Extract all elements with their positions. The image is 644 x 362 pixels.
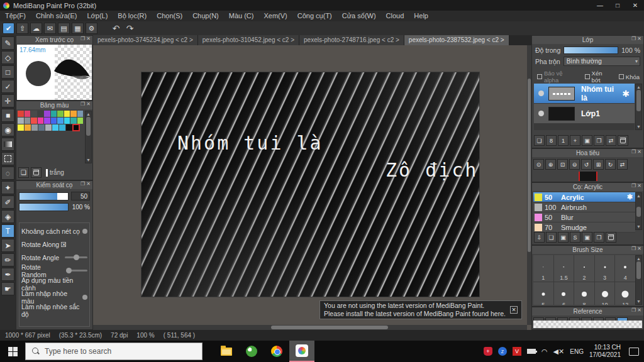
new-brush-icon[interactable]: ❏ xyxy=(546,232,557,243)
close-button[interactable]: ✕ xyxy=(626,0,644,11)
brush-option[interactable]: Rotate Random xyxy=(21,264,87,277)
flip-horizontal-icon[interactable]: ⇄ xyxy=(617,159,628,170)
palette-scrollbar[interactable]: ▲ ▼ xyxy=(85,111,92,163)
layer-checkbox[interactable]: Khóa xyxy=(619,70,640,84)
rect-select-tool[interactable] xyxy=(1,152,14,165)
new-folder-icon[interactable]: ▣ xyxy=(582,135,592,146)
brush-scrollbar[interactable]: ▲ ▼ xyxy=(635,192,642,230)
hand-tool[interactable]: ☛ xyxy=(1,282,14,295)
text-tool[interactable]: T xyxy=(1,224,14,238)
color-swatch[interactable] xyxy=(44,111,50,117)
lasso-select-tool[interactable]: ◌ xyxy=(1,167,14,180)
layer-scrollbar[interactable]: ▲ ▼ xyxy=(635,84,642,130)
menu-item[interactable]: Màu (C) xyxy=(224,11,259,21)
document-tab[interactable]: pexels-photo-310452.jpeg < c2 > xyxy=(198,35,299,45)
taskbar-chrome[interactable] xyxy=(264,341,289,362)
panel-header-icons[interactable]: ❐ ✕ xyxy=(80,181,91,187)
brush-size-cell[interactable]: 5 xyxy=(533,282,553,305)
color-swatch[interactable] xyxy=(25,118,31,124)
brush-option[interactable]: Làm nhập nhòe màu xyxy=(21,290,87,304)
color-swatch[interactable] xyxy=(66,124,72,131)
color-swatch[interactable] xyxy=(64,118,70,124)
color-swatch[interactable] xyxy=(52,124,58,131)
redo-icon[interactable]: ↷ xyxy=(124,23,136,34)
search-input[interactable]: Type here to search xyxy=(25,343,203,360)
comment-icon[interactable]: ✉ xyxy=(44,23,56,34)
brush-option[interactable]: Khoảng cách nét cọ xyxy=(21,224,87,238)
canvas-horizontal-scrollbar[interactable] xyxy=(93,325,527,330)
brush-size-value[interactable]: 50 xyxy=(71,192,90,200)
menu-item[interactable]: Chỉnh sửa(E) xyxy=(31,11,82,21)
brush-size-cell[interactable]: 1 xyxy=(533,255,553,282)
menu-item[interactable]: Cửa sổ(W) xyxy=(337,11,381,21)
color-swatch[interactable] xyxy=(31,118,37,124)
reset-rotation-icon[interactable]: ⊞ xyxy=(593,159,604,170)
menu-item[interactable]: Bộ lọc(R) xyxy=(113,11,152,21)
snap-brush-tool[interactable]: ✓ xyxy=(1,80,14,93)
gradient-tool[interactable] xyxy=(1,138,14,151)
layer-opacity-slider[interactable] xyxy=(564,47,618,54)
color-swatch[interactable] xyxy=(18,124,24,131)
brush-size-cell[interactable]: 4 xyxy=(615,255,635,282)
menu-item[interactable]: Lớp(L) xyxy=(82,11,113,21)
brush-item[interactable]: 100Airbrush xyxy=(533,202,635,212)
fit-window-icon[interactable]: ⊡ xyxy=(557,159,568,170)
new-bitmap-brush-icon[interactable]: ▣ xyxy=(558,232,569,243)
select-pen-tool[interactable]: ✐ xyxy=(1,195,14,209)
color-swatch[interactable] xyxy=(38,111,44,117)
move-tool[interactable]: ✛ xyxy=(1,94,14,107)
taskbar-medibang[interactable] xyxy=(289,341,314,362)
panel-header-icons[interactable]: ❐ ✕ xyxy=(631,307,641,313)
panel-header-icons[interactable]: ❐ ✕ xyxy=(631,36,641,41)
zoom-in-icon[interactable]: ⊕ xyxy=(545,159,556,170)
color-swatch[interactable] xyxy=(31,124,38,131)
color-swatch[interactable] xyxy=(57,118,64,124)
layer-item[interactable]: Nhóm tui là✱ xyxy=(534,84,635,103)
delete-color-button[interactable] xyxy=(31,167,42,178)
color-swatch[interactable] xyxy=(51,118,57,124)
brush-item[interactable]: 50Blur xyxy=(533,212,635,222)
color-swatch[interactable] xyxy=(51,111,57,117)
color-swatch[interactable] xyxy=(44,118,50,124)
zalo-tray-icon[interactable]: Z xyxy=(498,347,507,356)
taskbar-file-explorer[interactable] xyxy=(214,341,239,362)
color-swatch[interactable] xyxy=(77,118,84,124)
panel-header-icons[interactable]: ❐ ✕ xyxy=(80,101,91,107)
brush-opacity-slider[interactable] xyxy=(19,203,69,211)
brush-option[interactable]: Rotate Angle xyxy=(21,251,87,264)
rotate-cw-icon[interactable]: ↻ xyxy=(605,159,616,170)
undo-icon[interactable]: ↶ xyxy=(110,23,122,34)
brush-item[interactable]: 50Acrylic✱ xyxy=(533,192,635,202)
soft-eraser-tool[interactable]: ✏ xyxy=(1,253,14,266)
add-layer-menu-icon[interactable]: + xyxy=(570,135,580,146)
color-swatch[interactable] xyxy=(18,118,24,124)
rotate-ccw-icon[interactable]: ↺ xyxy=(581,159,592,170)
menu-item[interactable]: Tệp(F) xyxy=(0,11,31,21)
panel-header-icons[interactable]: ❐ ✕ xyxy=(631,183,641,189)
operation-tool[interactable]: ➤ xyxy=(1,239,14,252)
new-layer-icon[interactable]: ❏ xyxy=(534,135,545,146)
wifi-icon[interactable]: ◠ xyxy=(541,348,548,356)
brush-size-cell[interactable]: 1.5 xyxy=(554,255,574,282)
layer-checkbox[interactable]: Xén bớt xyxy=(585,70,613,84)
color-swatch[interactable] xyxy=(70,111,77,117)
document-tab[interactable]: pexels-photo-3745234.jpeg < c2 > xyxy=(93,35,198,45)
color-swatch[interactable] xyxy=(73,124,79,131)
layer-settings-icon[interactable]: ✱ xyxy=(622,89,630,99)
color-swatch[interactable] xyxy=(18,111,24,117)
timeline-icon[interactable]: ▦ xyxy=(72,23,84,34)
delete-brush-icon[interactable] xyxy=(606,232,616,243)
brush-size-cell[interactable]: 10 xyxy=(595,282,615,305)
brush-size-cell[interactable]: 8 xyxy=(574,282,594,305)
language-indicator[interactable]: ENG xyxy=(570,348,584,355)
new-8bit-layer-icon[interactable]: 8 xyxy=(546,135,557,146)
brush-option[interactable]: Rotate Along✕ xyxy=(21,238,87,251)
document-tab[interactable]: pexels-photo-2387532.jpeg < c2 > xyxy=(404,35,509,45)
menu-item[interactable]: Cloud xyxy=(381,11,409,21)
brush-size-cell[interactable]: 6 xyxy=(554,282,574,305)
v-tray-icon[interactable]: V xyxy=(513,347,521,356)
blend-mode-dropdown[interactable]: Bình thường xyxy=(564,57,640,66)
magic-wand-tool[interactable]: ✦ xyxy=(1,181,14,194)
brush-option[interactable]: Áp dụng màu tiền cảnh xyxy=(21,277,87,290)
menu-item[interactable]: Chọn(S) xyxy=(152,11,187,21)
